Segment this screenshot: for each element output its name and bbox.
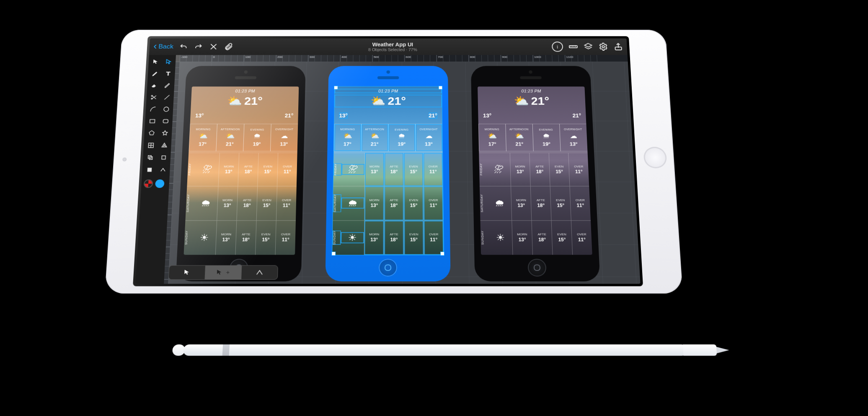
- forecast-cell: MORN13°: [364, 221, 384, 255]
- forecast-cell: AFTE18°: [529, 153, 550, 186]
- back-button[interactable]: Back: [153, 43, 174, 50]
- forecast-cell: EVEN15°: [404, 221, 424, 255]
- phone-artboard-2[interactable]: 01:23 PM⛅21°13°21°MORNING⛅17°AFTERNOON⛅2…: [325, 66, 450, 281]
- ipad-device: Path Tool Weather App UI Back Weather Ap…: [105, 30, 683, 294]
- stroke-swatch[interactable]: [144, 179, 153, 188]
- dayparts-row: MORNING⛅17°AFTERNOON⛅21°EVENING🌧19°OVERN…: [189, 124, 298, 151]
- forecast-cell: AFTE18°: [235, 221, 256, 255]
- forecast-cell: OVER11°: [423, 187, 443, 220]
- daypart-cell: MORNING⛅17°: [189, 124, 217, 151]
- rect-tool[interactable]: [147, 116, 158, 126]
- svg-point-4: [151, 98, 152, 99]
- current-weather: ⛅21°: [334, 95, 442, 107]
- round-rect-tool[interactable]: [160, 116, 171, 126]
- fill-tool[interactable]: [144, 165, 155, 175]
- forecast-cell: OVER11°: [423, 153, 443, 186]
- forecast-cell: AFTE18°: [384, 221, 404, 255]
- document-title: Weather App UI: [238, 42, 548, 47]
- line-tool[interactable]: [161, 92, 172, 102]
- dayparts-row: MORNING⛅17°AFTERNOON⛅21°EVENING🌧19°OVERN…: [478, 124, 588, 151]
- forecast-cell: AFTE18°: [236, 187, 257, 220]
- text-tool[interactable]: [163, 69, 174, 78]
- ruler-icon[interactable]: [568, 42, 579, 51]
- crop-tool[interactable]: [158, 153, 169, 163]
- settings-icon[interactable]: [598, 42, 608, 51]
- forecast-cell: MORN13°: [218, 153, 239, 186]
- info-icon[interactable]: i: [552, 42, 563, 52]
- path-mode-segment: ＋: [168, 265, 278, 280]
- forecast-cell: MORN13°: [510, 153, 530, 186]
- forecast-days: FRIDAY⛈MORN13°AFTE18°EVEN15°OVER11°SATUR…: [332, 153, 444, 255]
- undo-icon[interactable]: [179, 42, 189, 51]
- horizontal-ruler[interactable]: -100010020030040050060070080090010001100: [180, 55, 628, 62]
- path-mode-convert[interactable]: [241, 265, 278, 279]
- forecast-cell: AFTE18°: [531, 221, 552, 255]
- phone-artboard-3[interactable]: 01:23 PM⛅21°13°21°MORNING⛅17°AFTERNOON⛅2…: [471, 66, 600, 281]
- clock-label: 01:23 PM: [335, 89, 442, 94]
- forecast-cell: OVER11°: [424, 221, 444, 255]
- ipad-front-camera: [122, 158, 127, 161]
- daypart-cell: MORNING⛅17°: [478, 124, 506, 151]
- star-tool[interactable]: [159, 128, 170, 138]
- arc-tool[interactable]: [147, 104, 158, 114]
- polygon-tool[interactable]: [146, 128, 157, 138]
- forecast-cell: OVER11°: [275, 221, 296, 255]
- daypart-cell: OVERNIGHT☁13°: [270, 124, 298, 151]
- svg-point-5: [163, 107, 168, 112]
- forecast-days: FRIDAY⛈MORN13°AFTE18°EVEN15°OVER11°SATUR…: [183, 153, 297, 255]
- ipad-home-button[interactable]: [643, 147, 667, 168]
- clock-label: 01:23 PM: [191, 89, 299, 94]
- attachment-icon[interactable]: [224, 42, 233, 51]
- grid-tool[interactable]: [145, 140, 156, 151]
- daypart-cell: AFTERNOON⛅21°: [505, 124, 534, 151]
- forecast-day: SATURDAY🌧MORN13°AFTE18°EVEN15°OVER11°: [480, 186, 591, 220]
- ellipse-tool[interactable]: [160, 104, 172, 114]
- forecast-cell: EVEN15°: [549, 153, 570, 186]
- daypart-cell: EVENING🌧19°: [388, 124, 416, 151]
- more-tool[interactable]: [157, 165, 169, 175]
- brush-tool[interactable]: [162, 81, 173, 90]
- top-toolbar: Back Weather App UI 8 Objects Selected ·…: [149, 38, 628, 55]
- fill-swatch[interactable]: [155, 179, 165, 188]
- close-icon[interactable]: [209, 42, 219, 51]
- daypart-cell: EVENING🌧19°: [532, 124, 561, 151]
- artboard-tool[interactable]: [144, 153, 156, 163]
- forecast-cell: MORN13°: [217, 187, 238, 220]
- daypart-cell: OVERNIGHT☁13°: [559, 124, 588, 151]
- forecast-cell: EVEN15°: [403, 187, 423, 220]
- design-app: Path Tool Weather App UI Back Weather Ap…: [135, 38, 640, 283]
- forecast-cell: EVEN15°: [255, 221, 276, 255]
- phone-home-button: [379, 259, 397, 276]
- layers-icon[interactable]: [583, 42, 593, 51]
- forecast-cell: AFTE18°: [530, 187, 551, 220]
- pen-tool[interactable]: [149, 69, 160, 78]
- forecast-cell: AFTE18°: [384, 187, 403, 220]
- daypart-cell: AFTERNOON⛅21°: [361, 124, 388, 151]
- path-mode-select[interactable]: [169, 265, 205, 279]
- phone-home-button: [527, 259, 546, 276]
- forecast-days: FRIDAY⛈MORN13°AFTE18°EVEN15°OVER11°SATUR…: [479, 153, 592, 255]
- scissors-tool[interactable]: [148, 92, 159, 102]
- forecast-day: FRIDAY⛈MORN13°AFTE18°EVEN15°OVER11°: [479, 153, 589, 186]
- daypart-cell: OVERNIGHT☁13°: [415, 124, 442, 151]
- perspective-tool[interactable]: [158, 140, 170, 151]
- path-mode-add[interactable]: ＋: [204, 265, 241, 279]
- forecast-day: SUNDAY☀MORN13°AFTE18°EVEN15°OVER11°: [332, 220, 444, 255]
- artboards-row: 01:23 PM⛅21°13°21°MORNING⛅17°AFTERNOON⛅2…: [168, 62, 640, 284]
- share-icon[interactable]: [613, 42, 623, 51]
- forecast-day: SUNDAY☀MORN13°AFTE18°EVEN15°OVER11°: [183, 220, 296, 255]
- forecast-cell: MORN13°: [364, 153, 384, 186]
- canvas[interactable]: 01:23 PM⛅21°13°21°MORNING⛅17°AFTERNOON⛅2…: [168, 62, 640, 284]
- clock-label: 01:23 PM: [478, 89, 585, 94]
- select-tool[interactable]: [150, 57, 161, 67]
- phone-artboard-1[interactable]: 01:23 PM⛅21°13°21°MORNING⛅17°AFTERNOON⛅2…: [176, 66, 305, 281]
- svg-point-1: [602, 46, 604, 48]
- ipad-screen: Path Tool Weather App UI Back Weather Ap…: [133, 36, 643, 286]
- hi-lo-temps: 13°21°: [190, 112, 298, 118]
- forecast-cell: EVEN15°: [551, 221, 573, 255]
- direct-select-tool[interactable]: [163, 57, 174, 67]
- forecast-cell: OVER11°: [276, 187, 297, 220]
- redo-icon[interactable]: [194, 42, 204, 51]
- eraser-tool[interactable]: [149, 81, 160, 90]
- forecast-day: FRIDAY⛈MORN13°AFTE18°EVEN15°OVER11°: [333, 153, 443, 186]
